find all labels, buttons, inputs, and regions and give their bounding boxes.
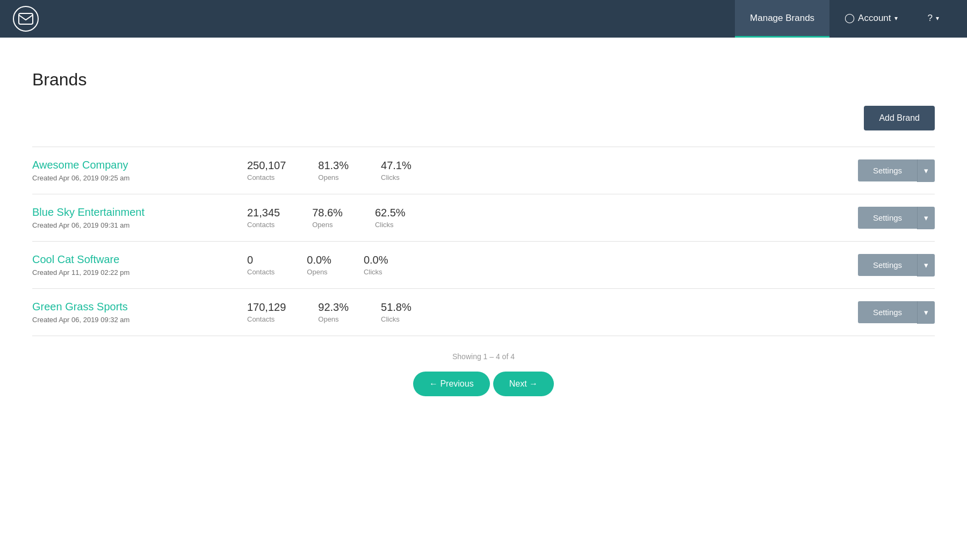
- stat-contacts-1: 21,345 Contacts: [247, 207, 280, 229]
- brand-name-2[interactable]: Cool Cat Software: [32, 253, 247, 266]
- brand-info-2: Cool Cat Software Created Apr 11, 2019 0…: [32, 253, 247, 277]
- nav-manage-brands[interactable]: Manage Brands: [735, 0, 829, 38]
- pagination-buttons: ← Previous Next →: [32, 372, 935, 396]
- contacts-label-1: Contacts: [247, 221, 280, 229]
- opens-value-3: 92.3%: [318, 301, 349, 314]
- brand-stats-1: 21,345 Contacts 78.6% Opens 62.5% Clicks: [247, 207, 858, 229]
- clicks-value-3: 51.8%: [381, 301, 412, 314]
- stat-clicks-2: 0.0% Clicks: [364, 254, 388, 276]
- brand-created-0: Created Apr 06, 2019 09:25 am: [32, 174, 247, 182]
- stat-opens-3: 92.3% Opens: [318, 301, 349, 323]
- contacts-value-3: 170,129: [247, 301, 286, 314]
- settings-button-3[interactable]: Settings: [858, 301, 917, 323]
- contacts-value-2: 0: [247, 254, 275, 266]
- contacts-label-2: Contacts: [247, 268, 275, 276]
- brand-name-3[interactable]: Green Grass Sports: [32, 301, 247, 313]
- brand-info-3: Green Grass Sports Created Apr 06, 2019 …: [32, 301, 247, 324]
- opens-value-1: 78.6%: [312, 207, 343, 219]
- settings-dropdown-1[interactable]: ▾: [917, 207, 935, 229]
- brand-row: Cool Cat Software Created Apr 11, 2019 0…: [32, 242, 935, 289]
- brand-stats-0: 250,107 Contacts 81.3% Opens 47.1% Click…: [247, 159, 858, 181]
- stat-contacts-3: 170,129 Contacts: [247, 301, 286, 323]
- clicks-value-0: 47.1%: [381, 159, 412, 172]
- nav-account[interactable]: ◯ Account ▾: [829, 0, 912, 38]
- brand-info-0: Awesome Company Created Apr 06, 2019 09:…: [32, 159, 247, 182]
- opens-label-1: Opens: [312, 221, 343, 229]
- brand-stats-2: 0 Contacts 0.0% Opens 0.0% Clicks: [247, 254, 858, 276]
- clicks-label-1: Clicks: [375, 221, 406, 229]
- brand-created-1: Created Apr 06, 2019 09:31 am: [32, 221, 247, 229]
- brand-row: Blue Sky Entertainment Created Apr 06, 2…: [32, 194, 935, 242]
- settings-button-2[interactable]: Settings: [858, 254, 917, 276]
- opens-label-3: Opens: [318, 315, 349, 323]
- pagination-area: Showing 1 – 4 of 4 ← Previous Next →: [32, 352, 935, 396]
- nav-help-label: ?: [928, 13, 933, 24]
- brand-actions-1: Settings ▾: [858, 207, 935, 229]
- brand-actions-3: Settings ▾: [858, 301, 935, 324]
- add-brand-button[interactable]: Add Brand: [864, 106, 935, 130]
- stat-clicks-3: 51.8% Clicks: [381, 301, 412, 323]
- clicks-label-0: Clicks: [381, 173, 412, 181]
- contacts-label-3: Contacts: [247, 315, 286, 323]
- main-content: Brands Add Brand Awesome Company Created…: [0, 38, 967, 418]
- contacts-label-0: Contacts: [247, 173, 286, 181]
- settings-button-0[interactable]: Settings: [858, 159, 917, 181]
- opens-label-0: Opens: [318, 173, 349, 181]
- brand-row: Green Grass Sports Created Apr 06, 2019 …: [32, 289, 935, 336]
- stat-clicks-0: 47.1% Clicks: [381, 159, 412, 181]
- stat-contacts-2: 0 Contacts: [247, 254, 275, 276]
- brand-list: Awesome Company Created Apr 06, 2019 09:…: [32, 147, 935, 336]
- clicks-value-1: 62.5%: [375, 207, 406, 219]
- settings-dropdown-0[interactable]: ▾: [917, 159, 935, 182]
- next-button[interactable]: Next →: [493, 372, 554, 396]
- stat-clicks-1: 62.5% Clicks: [375, 207, 406, 229]
- stat-opens-1: 78.6% Opens: [312, 207, 343, 229]
- account-chevron-icon: ▾: [894, 14, 898, 22]
- stat-opens-2: 0.0% Opens: [307, 254, 331, 276]
- contacts-value-0: 250,107: [247, 159, 286, 172]
- opens-label-2: Opens: [307, 268, 331, 276]
- nav-help[interactable]: ? ▾: [913, 0, 954, 38]
- logo-icon: [13, 6, 39, 32]
- opens-value-2: 0.0%: [307, 254, 331, 266]
- brand-name-1[interactable]: Blue Sky Entertainment: [32, 206, 247, 219]
- showing-text: Showing 1 – 4 of 4: [32, 352, 935, 361]
- brand-stats-3: 170,129 Contacts 92.3% Opens 51.8% Click…: [247, 301, 858, 323]
- brand-actions-0: Settings ▾: [858, 159, 935, 182]
- previous-button[interactable]: ← Previous: [413, 372, 490, 396]
- nav-account-label: Account: [858, 13, 891, 24]
- stat-contacts-0: 250,107 Contacts: [247, 159, 286, 181]
- header: Manage Brands ◯ Account ▾ ? ▾: [0, 0, 967, 38]
- help-chevron-icon: ▾: [936, 14, 939, 22]
- brand-name-0[interactable]: Awesome Company: [32, 159, 247, 171]
- top-bar: Add Brand: [32, 106, 935, 130]
- stat-opens-0: 81.3% Opens: [318, 159, 349, 181]
- nav-manage-brands-label: Manage Brands: [750, 13, 814, 24]
- svg-rect-0: [19, 13, 33, 24]
- contacts-value-1: 21,345: [247, 207, 280, 219]
- clicks-label-3: Clicks: [381, 315, 412, 323]
- page-title: Brands: [32, 70, 935, 90]
- opens-value-0: 81.3%: [318, 159, 349, 172]
- header-nav: Manage Brands ◯ Account ▾ ? ▾: [735, 0, 954, 38]
- logo[interactable]: [13, 6, 39, 32]
- brand-created-3: Created Apr 06, 2019 09:32 am: [32, 316, 247, 324]
- settings-dropdown-2[interactable]: ▾: [917, 254, 935, 277]
- brand-row: Awesome Company Created Apr 06, 2019 09:…: [32, 147, 935, 194]
- settings-dropdown-3[interactable]: ▾: [917, 301, 935, 324]
- settings-button-1[interactable]: Settings: [858, 207, 917, 229]
- clicks-label-2: Clicks: [364, 268, 388, 276]
- brand-info-1: Blue Sky Entertainment Created Apr 06, 2…: [32, 206, 247, 229]
- brand-actions-2: Settings ▾: [858, 254, 935, 277]
- clicks-value-2: 0.0%: [364, 254, 388, 266]
- brand-created-2: Created Apr 11, 2019 02:22 pm: [32, 268, 247, 277]
- account-icon: ◯: [845, 12, 855, 24]
